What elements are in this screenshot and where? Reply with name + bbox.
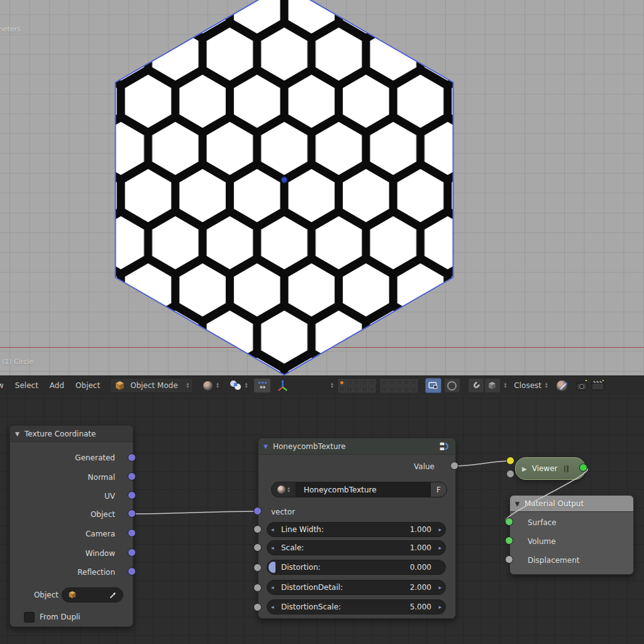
input-surface-label: Surface	[528, 516, 557, 529]
socket-object-output[interactable]	[128, 509, 136, 518]
param-distortion-scale[interactable]: ◂ DistortionScale: 5.000 ▸	[267, 599, 446, 614]
eyedropper-icon[interactable]	[109, 591, 117, 599]
material-icon-box[interactable]: ▴▾	[271, 482, 296, 497]
output-uv-label: UV	[10, 490, 133, 502]
layers-group-2[interactable]	[380, 379, 418, 392]
node-material-output[interactable]: ▼ Material Output Surface Volume Displac…	[509, 495, 634, 575]
render-preview-button[interactable]	[557, 380, 567, 391]
render-still-button[interactable]	[576, 380, 589, 391]
increment-arrow-icon[interactable]: ▸	[438, 526, 441, 533]
expand-play-icon[interactable]: ▶	[522, 465, 527, 472]
shading-stepper[interactable]: ▴▾	[216, 382, 219, 389]
collapse-triangle-icon[interactable]: ▼	[515, 501, 519, 507]
mode-stepper[interactable]: ▴▾	[187, 382, 189, 389]
snap-group	[468, 378, 501, 393]
decrement-arrow-icon[interactable]: ◂	[271, 584, 274, 591]
node-honeycomb-texture[interactable]: ▼ HoneycombTexture Value ▴▾ HoneycombTex…	[258, 438, 456, 619]
render-animation-button[interactable]	[591, 380, 605, 391]
snap-magnet-button[interactable]	[468, 378, 484, 393]
lock-to-scene-button[interactable]	[425, 378, 441, 393]
snap-element-button[interactable]	[484, 378, 501, 393]
socket-window-output[interactable]	[128, 548, 136, 557]
from-dupli-checkbox[interactable]	[24, 612, 35, 623]
node-viewer[interactable]: ▶ Viewer	[515, 457, 586, 480]
layers-group-1[interactable]	[338, 379, 375, 392]
viewport-header: w Select Add Object Object Mode ▴▾ ▴▾ ▴▾…	[0, 375, 644, 395]
node-header[interactable]: ▼ HoneycombTexture	[258, 438, 455, 455]
socket-scale-input[interactable]	[253, 543, 262, 552]
socket-viewer-output[interactable]	[579, 464, 587, 472]
group-name-widget[interactable]: ▴▾ HoneycombTexture F	[271, 482, 447, 497]
menu-select[interactable]: Select	[15, 381, 38, 390]
node-header[interactable]: ▼ Texture Coordinate	[10, 426, 133, 442]
socket-viewer-strength-input[interactable]	[506, 470, 514, 478]
object-mode-cube-icon	[114, 380, 125, 391]
node-texture-coordinate[interactable]: ▼ Texture Coordinate Generated Normal UV…	[9, 425, 133, 627]
decrement-arrow-icon[interactable]: ◂	[271, 526, 274, 533]
from-dupli-label: From Dupli	[40, 611, 80, 623]
fake-user-button[interactable]: F	[430, 482, 447, 497]
snap-cube-icon	[487, 380, 497, 391]
pivot-point-icon[interactable]	[230, 380, 242, 391]
socket-camera-output[interactable]	[128, 529, 136, 537]
param-line-width[interactable]: ◂ Line Width: 1.000 ▸	[267, 522, 446, 537]
node-header[interactable]: ▼ Material Output	[510, 496, 633, 512]
object-field-dropdown[interactable]	[62, 587, 123, 602]
snap-target-stepper[interactable]: ▴▾	[545, 382, 548, 389]
name-stepper[interactable]: ▴▾	[287, 487, 290, 493]
group-name-field[interactable]: HoneycombTexture	[296, 482, 430, 497]
socket-value-output[interactable]	[450, 462, 458, 470]
manipulator-button[interactable]: ↔	[253, 378, 271, 393]
mode-dropdown[interactable]: Object Mode ▴▾	[110, 378, 193, 393]
brush-icon	[559, 382, 568, 391]
viewport-shading-icon[interactable]	[203, 381, 213, 391]
socket-surface-input[interactable]	[505, 518, 513, 526]
increment-arrow-icon[interactable]: ▸	[438, 604, 441, 610]
socket-displacement-input[interactable]	[505, 555, 513, 564]
decrement-arrow-icon[interactable]: ◂	[271, 545, 274, 551]
socket-volume-input[interactable]	[505, 536, 513, 545]
viewport-3d[interactable]: meters (1) Circle	[0, 0, 644, 375]
socket-distortion-input[interactable]	[253, 564, 262, 572]
param-scale[interactable]: ◂ Scale: 1.000 ▸	[267, 540, 446, 555]
socket-reflection-output[interactable]	[128, 567, 136, 575]
menu-object[interactable]: Object	[75, 381, 100, 390]
collapse-triangle-icon[interactable]: ▼	[264, 443, 268, 450]
param-value: 0.000	[410, 563, 431, 572]
param-label: DistortionDetail:	[281, 583, 343, 592]
proportional-edit-button[interactable]	[444, 378, 460, 393]
socket-viewer-color-input[interactable]	[506, 457, 514, 465]
socket-uv-output[interactable]	[128, 491, 136, 499]
menu-add[interactable]: Add	[50, 381, 64, 390]
increment-arrow-icon[interactable]: ▸	[438, 584, 441, 591]
orientation-axis-icon[interactable]	[276, 379, 289, 392]
param-distortion-detail[interactable]: ◂ DistortionDetail: 2.000 ▸	[267, 580, 446, 595]
output-normal-label: Normal	[10, 471, 133, 484]
param-distortion[interactable]: Distortion: 0.000	[267, 560, 446, 575]
translate-arrows-icon: ↔	[260, 384, 265, 390]
snap-target-dropdown[interactable]: Closest	[514, 381, 541, 390]
collapse-triangle-icon[interactable]: ▼	[15, 431, 19, 437]
output-camera-label: Camera	[10, 528, 133, 540]
socket-line-width-input[interactable]	[253, 525, 262, 533]
menu-view[interactable]: w	[0, 381, 4, 390]
node-title: Viewer	[532, 464, 558, 473]
layer-1-active[interactable]	[338, 379, 345, 386]
snap-stepper[interactable]: ▴▾	[504, 382, 507, 389]
decrement-arrow-icon[interactable]: ◂	[271, 604, 274, 610]
socket-distortion-detail-input[interactable]	[253, 584, 262, 592]
pivot-stepper[interactable]: ▴▾	[245, 382, 248, 389]
clapperboard-icon	[591, 380, 605, 391]
honeycomb-hexagon-object[interactable]	[0, 0, 644, 375]
socket-vector-input[interactable]	[253, 507, 262, 515]
param-label: DistortionScale:	[281, 602, 341, 611]
socket-normal-output[interactable]	[128, 472, 136, 480]
layers-stepper[interactable]: ▴▾	[331, 382, 333, 389]
viewport-object-name: (1) Circle	[2, 358, 33, 366]
camera-icon	[576, 380, 589, 391]
socket-distortion-scale-input[interactable]	[253, 603, 262, 611]
increment-arrow-icon[interactable]: ▸	[438, 545, 441, 551]
socket-generated-output[interactable]	[128, 453, 136, 462]
slider-handle[interactable]	[269, 562, 275, 573]
hexagon-mesh[interactable]	[116, 0, 453, 375]
